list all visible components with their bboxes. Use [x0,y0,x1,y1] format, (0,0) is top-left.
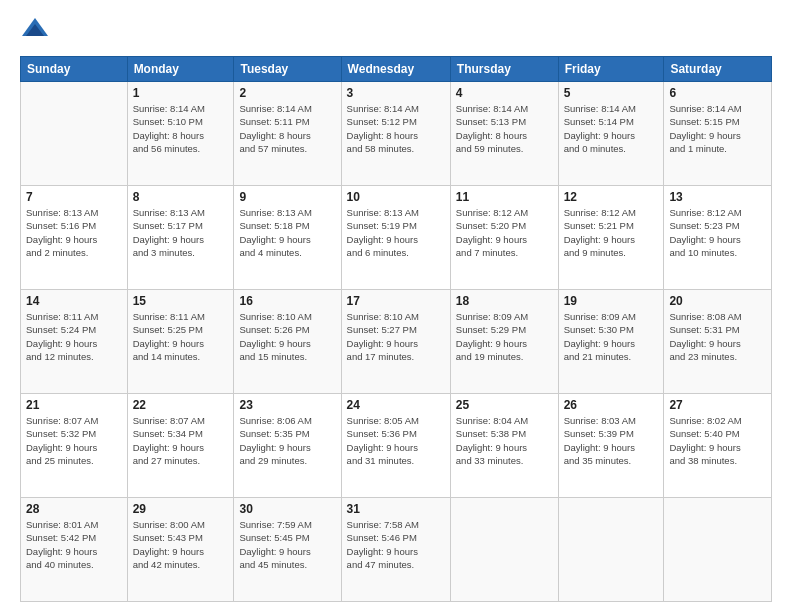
day-info: Sunrise: 8:10 AM Sunset: 5:27 PM Dayligh… [347,310,445,363]
day-info: Sunrise: 7:58 AM Sunset: 5:46 PM Dayligh… [347,518,445,571]
day-info: Sunrise: 8:14 AM Sunset: 5:10 PM Dayligh… [133,102,229,155]
calendar-cell: 10Sunrise: 8:13 AM Sunset: 5:19 PM Dayli… [341,186,450,290]
day-number: 13 [669,190,766,204]
calendar-cell: 12Sunrise: 8:12 AM Sunset: 5:21 PM Dayli… [558,186,664,290]
weekday-header-wednesday: Wednesday [341,57,450,82]
day-info: Sunrise: 8:11 AM Sunset: 5:25 PM Dayligh… [133,310,229,363]
calendar-cell: 13Sunrise: 8:12 AM Sunset: 5:23 PM Dayli… [664,186,772,290]
day-number: 30 [239,502,335,516]
day-info: Sunrise: 8:03 AM Sunset: 5:39 PM Dayligh… [564,414,659,467]
day-info: Sunrise: 8:14 AM Sunset: 5:12 PM Dayligh… [347,102,445,155]
day-info: Sunrise: 8:14 AM Sunset: 5:13 PM Dayligh… [456,102,553,155]
day-number: 29 [133,502,229,516]
day-number: 18 [456,294,553,308]
day-number: 24 [347,398,445,412]
day-number: 16 [239,294,335,308]
weekday-header-sunday: Sunday [21,57,128,82]
calendar-cell [558,498,664,602]
day-info: Sunrise: 8:12 AM Sunset: 5:23 PM Dayligh… [669,206,766,259]
calendar-cell: 18Sunrise: 8:09 AM Sunset: 5:29 PM Dayli… [450,290,558,394]
day-number: 23 [239,398,335,412]
day-info: Sunrise: 8:07 AM Sunset: 5:32 PM Dayligh… [26,414,122,467]
header [20,16,772,46]
weekday-header-tuesday: Tuesday [234,57,341,82]
day-number: 9 [239,190,335,204]
day-info: Sunrise: 8:09 AM Sunset: 5:30 PM Dayligh… [564,310,659,363]
day-number: 3 [347,86,445,100]
day-number: 26 [564,398,659,412]
day-number: 4 [456,86,553,100]
day-info: Sunrise: 8:14 AM Sunset: 5:14 PM Dayligh… [564,102,659,155]
calendar-cell: 4Sunrise: 8:14 AM Sunset: 5:13 PM Daylig… [450,82,558,186]
day-number: 11 [456,190,553,204]
day-number: 31 [347,502,445,516]
calendar-cell: 2Sunrise: 8:14 AM Sunset: 5:11 PM Daylig… [234,82,341,186]
day-number: 19 [564,294,659,308]
day-number: 2 [239,86,335,100]
day-info: Sunrise: 7:59 AM Sunset: 5:45 PM Dayligh… [239,518,335,571]
logo-icon [20,16,50,46]
calendar-page: SundayMondayTuesdayWednesdayThursdayFrid… [0,0,792,612]
day-info: Sunrise: 8:02 AM Sunset: 5:40 PM Dayligh… [669,414,766,467]
day-number: 12 [564,190,659,204]
week-row-1: 1Sunrise: 8:14 AM Sunset: 5:10 PM Daylig… [21,82,772,186]
calendar-cell: 17Sunrise: 8:10 AM Sunset: 5:27 PM Dayli… [341,290,450,394]
calendar-cell: 9Sunrise: 8:13 AM Sunset: 5:18 PM Daylig… [234,186,341,290]
day-number: 14 [26,294,122,308]
day-info: Sunrise: 8:14 AM Sunset: 5:15 PM Dayligh… [669,102,766,155]
day-info: Sunrise: 8:12 AM Sunset: 5:21 PM Dayligh… [564,206,659,259]
day-info: Sunrise: 8:13 AM Sunset: 5:18 PM Dayligh… [239,206,335,259]
weekday-header-saturday: Saturday [664,57,772,82]
calendar-cell [21,82,128,186]
day-info: Sunrise: 8:12 AM Sunset: 5:20 PM Dayligh… [456,206,553,259]
day-info: Sunrise: 8:13 AM Sunset: 5:19 PM Dayligh… [347,206,445,259]
day-info: Sunrise: 8:09 AM Sunset: 5:29 PM Dayligh… [456,310,553,363]
calendar-cell: 24Sunrise: 8:05 AM Sunset: 5:36 PM Dayli… [341,394,450,498]
calendar-cell: 14Sunrise: 8:11 AM Sunset: 5:24 PM Dayli… [21,290,128,394]
day-number: 15 [133,294,229,308]
week-row-2: 7Sunrise: 8:13 AM Sunset: 5:16 PM Daylig… [21,186,772,290]
day-number: 25 [456,398,553,412]
weekday-header-thursday: Thursday [450,57,558,82]
calendar-cell: 30Sunrise: 7:59 AM Sunset: 5:45 PM Dayli… [234,498,341,602]
calendar-cell: 21Sunrise: 8:07 AM Sunset: 5:32 PM Dayli… [21,394,128,498]
day-number: 5 [564,86,659,100]
calendar-cell: 5Sunrise: 8:14 AM Sunset: 5:14 PM Daylig… [558,82,664,186]
calendar-cell: 28Sunrise: 8:01 AM Sunset: 5:42 PM Dayli… [21,498,128,602]
day-number: 22 [133,398,229,412]
day-info: Sunrise: 8:13 AM Sunset: 5:17 PM Dayligh… [133,206,229,259]
day-info: Sunrise: 8:14 AM Sunset: 5:11 PM Dayligh… [239,102,335,155]
calendar-cell: 1Sunrise: 8:14 AM Sunset: 5:10 PM Daylig… [127,82,234,186]
day-number: 8 [133,190,229,204]
day-info: Sunrise: 8:01 AM Sunset: 5:42 PM Dayligh… [26,518,122,571]
day-info: Sunrise: 8:06 AM Sunset: 5:35 PM Dayligh… [239,414,335,467]
week-row-4: 21Sunrise: 8:07 AM Sunset: 5:32 PM Dayli… [21,394,772,498]
day-number: 17 [347,294,445,308]
day-number: 21 [26,398,122,412]
calendar-cell: 19Sunrise: 8:09 AM Sunset: 5:30 PM Dayli… [558,290,664,394]
day-number: 7 [26,190,122,204]
weekday-header-friday: Friday [558,57,664,82]
day-number: 28 [26,502,122,516]
calendar-cell: 29Sunrise: 8:00 AM Sunset: 5:43 PM Dayli… [127,498,234,602]
calendar-cell: 26Sunrise: 8:03 AM Sunset: 5:39 PM Dayli… [558,394,664,498]
calendar-cell: 3Sunrise: 8:14 AM Sunset: 5:12 PM Daylig… [341,82,450,186]
weekday-header-row: SundayMondayTuesdayWednesdayThursdayFrid… [21,57,772,82]
logo [20,16,54,46]
calendar-cell: 20Sunrise: 8:08 AM Sunset: 5:31 PM Dayli… [664,290,772,394]
calendar-cell: 6Sunrise: 8:14 AM Sunset: 5:15 PM Daylig… [664,82,772,186]
calendar-cell: 31Sunrise: 7:58 AM Sunset: 5:46 PM Dayli… [341,498,450,602]
day-number: 27 [669,398,766,412]
calendar-cell: 15Sunrise: 8:11 AM Sunset: 5:25 PM Dayli… [127,290,234,394]
day-info: Sunrise: 8:10 AM Sunset: 5:26 PM Dayligh… [239,310,335,363]
day-number: 20 [669,294,766,308]
calendar-cell: 8Sunrise: 8:13 AM Sunset: 5:17 PM Daylig… [127,186,234,290]
calendar-cell: 22Sunrise: 8:07 AM Sunset: 5:34 PM Dayli… [127,394,234,498]
day-number: 10 [347,190,445,204]
calendar-cell: 27Sunrise: 8:02 AM Sunset: 5:40 PM Dayli… [664,394,772,498]
day-info: Sunrise: 8:04 AM Sunset: 5:38 PM Dayligh… [456,414,553,467]
calendar-cell [450,498,558,602]
day-info: Sunrise: 8:07 AM Sunset: 5:34 PM Dayligh… [133,414,229,467]
weekday-header-monday: Monday [127,57,234,82]
day-number: 1 [133,86,229,100]
